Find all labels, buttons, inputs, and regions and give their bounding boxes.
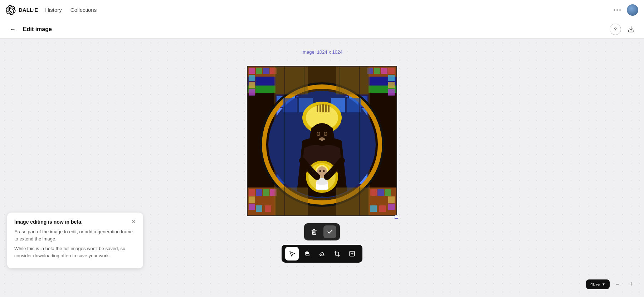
svg-rect-21 [388, 82, 395, 88]
app-logo[interactable]: DALL·E [6, 5, 38, 15]
back-arrow-icon: ← [10, 26, 16, 33]
svg-rect-118 [275, 188, 308, 216]
cursor-icon [289, 250, 295, 257]
download-icon [628, 26, 635, 33]
action-bar [304, 223, 340, 240]
svg-rect-36 [388, 196, 395, 203]
crop-tool-button[interactable] [330, 247, 344, 261]
delete-button[interactable] [308, 225, 321, 238]
svg-rect-100 [322, 104, 324, 112]
svg-rect-35 [385, 189, 391, 196]
svg-rect-31 [265, 205, 271, 212]
svg-rect-33 [370, 189, 377, 196]
zoom-chevron-icon: ▼ [602, 282, 605, 286]
notification-title: Image editing is now in beta. [14, 219, 83, 225]
resize-handle[interactable] [395, 215, 398, 219]
main-area: Image: 1024 x 1024 [0, 39, 644, 297]
zoom-display[interactable]: 40% ▼ [586, 279, 610, 289]
notification-text-2: While this is in beta the full images wo… [14, 245, 136, 259]
notification-card: Image editing is now in beta. ✕ Erase pa… [7, 213, 143, 268]
extend-icon [349, 250, 355, 257]
svg-rect-25 [256, 189, 262, 196]
secondary-bar: ← Edit image ? [0, 20, 644, 39]
svg-rect-24 [249, 189, 255, 196]
eraser-icon [319, 250, 325, 257]
dot-3 [619, 9, 621, 11]
collections-link[interactable]: Collections [68, 5, 99, 14]
extend-tool-button[interactable] [345, 247, 359, 261]
svg-rect-98 [317, 105, 318, 112]
history-link[interactable]: History [42, 5, 65, 14]
svg-rect-29 [249, 204, 255, 210]
svg-point-108 [325, 132, 327, 135]
zoom-out-button[interactable]: − [612, 278, 623, 290]
svg-rect-12 [249, 89, 255, 96]
download-button[interactable] [625, 24, 637, 35]
top-navigation: DALL·E History Collections [0, 0, 644, 20]
more-options-button[interactable] [610, 7, 624, 13]
svg-rect-34 [377, 189, 384, 196]
svg-rect-19 [388, 68, 395, 74]
svg-rect-22 [388, 89, 395, 96]
tool-bar [282, 245, 362, 263]
hand-icon [304, 250, 310, 257]
user-avatar[interactable] [627, 4, 638, 16]
help-button[interactable]: ? [610, 24, 621, 35]
svg-rect-11 [249, 82, 255, 88]
zoom-in-button[interactable]: + [625, 278, 637, 290]
dot-2 [616, 9, 618, 11]
svg-rect-37 [388, 204, 395, 210]
svg-rect-99 [319, 104, 321, 112]
svg-rect-8 [263, 68, 269, 74]
svg-rect-10 [249, 75, 255, 81]
svg-rect-39 [379, 205, 386, 212]
svg-rect-7 [256, 68, 262, 74]
confirm-button[interactable] [323, 225, 336, 238]
canvas-image[interactable] [247, 66, 397, 216]
image-dimensions-label: Image: 1024 x 1024 [302, 49, 343, 55]
trash-icon [311, 229, 317, 235]
openai-icon [6, 5, 16, 15]
svg-rect-26 [263, 189, 269, 196]
notification-close-button[interactable]: ✕ [131, 219, 136, 225]
svg-rect-38 [370, 205, 377, 212]
eraser-tool-button[interactable] [315, 247, 329, 261]
page-title: Edit image [23, 26, 52, 33]
svg-rect-102 [328, 105, 330, 112]
avatar-image [627, 4, 638, 16]
crop-icon [334, 250, 340, 257]
svg-point-114 [319, 170, 321, 172]
svg-rect-101 [325, 104, 327, 112]
image-container [247, 66, 397, 218]
app-name: DALL·E [19, 7, 38, 13]
back-button[interactable]: ← [7, 24, 19, 35]
hand-tool-button[interactable] [300, 247, 314, 261]
svg-rect-6 [249, 68, 255, 74]
svg-rect-116 [275, 66, 308, 94]
svg-rect-17 [374, 68, 380, 74]
svg-rect-30 [256, 205, 262, 212]
svg-rect-16 [381, 68, 387, 74]
svg-rect-117 [336, 66, 369, 94]
svg-point-115 [323, 170, 325, 172]
svg-point-107 [317, 132, 319, 135]
svg-rect-119 [336, 188, 369, 216]
zoom-bar: 40% ▼ − + [586, 278, 637, 290]
zoom-value: 40% [590, 282, 600, 287]
svg-rect-20 [388, 75, 395, 81]
notification-header: Image editing is now in beta. ✕ [14, 219, 136, 225]
notification-text-1: Erase part of the image to edit, or add … [14, 228, 136, 242]
svg-rect-28 [249, 196, 255, 203]
dot-1 [614, 9, 615, 11]
check-icon [327, 229, 333, 235]
select-tool-button[interactable] [285, 247, 299, 261]
